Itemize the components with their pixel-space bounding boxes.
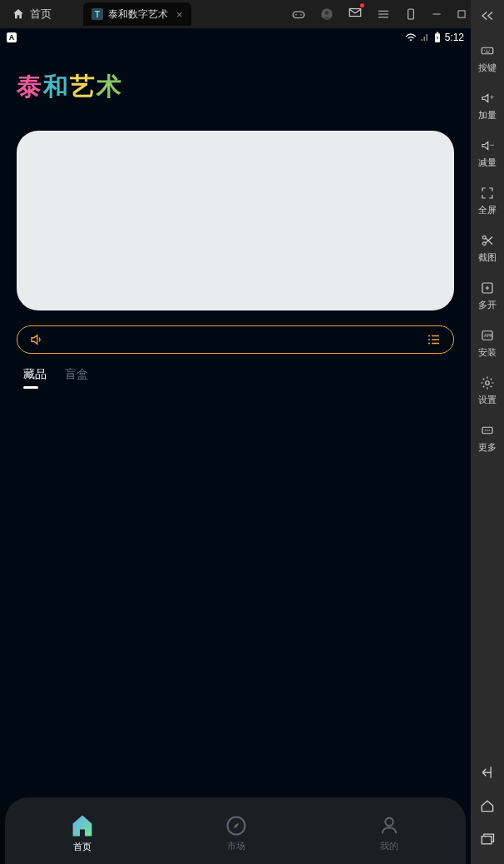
recent-apps-icon[interactable] <box>479 831 496 847</box>
svg-text:−: − <box>490 141 494 149</box>
status-bar: A 5:12 <box>0 28 471 47</box>
user-circle-icon[interactable] <box>319 7 334 22</box>
svg-point-24 <box>428 335 430 337</box>
nav-profile[interactable]: 我的 <box>378 814 401 852</box>
nav-label: 市场 <box>227 840 245 852</box>
wifi-icon <box>405 32 417 42</box>
nav-label: 首页 <box>73 841 91 853</box>
maximize-icon[interactable] <box>456 8 467 20</box>
announcement-bar[interactable] <box>17 325 454 354</box>
sidebar-collapse-icon[interactable] <box>480 5 495 35</box>
sidebar-tool-label: 减量 <box>478 156 497 169</box>
sidebar-tool-fullscreen[interactable]: 全屏 <box>471 177 504 225</box>
svg-rect-0 <box>293 12 304 18</box>
minimize-icon[interactable] <box>431 8 442 20</box>
svg-text:APK: APK <box>484 333 493 338</box>
svg-rect-5 <box>349 9 361 17</box>
sidebar-tool-label: 多开 <box>478 299 497 311</box>
compass-icon <box>225 814 248 837</box>
apk-icon: APK <box>480 328 495 343</box>
tab-favicon: T <box>91 8 103 20</box>
svg-point-18 <box>485 430 487 431</box>
svg-point-4 <box>325 11 329 15</box>
svg-point-19 <box>487 430 488 431</box>
nav-home[interactable]: 首页 <box>70 813 95 853</box>
hero-banner[interactable] <box>17 131 454 310</box>
status-time: 5:12 <box>445 32 464 43</box>
status-app-badge: A <box>7 32 17 42</box>
browser-tab[interactable]: T 泰和数字艺术 × <box>83 2 191 26</box>
svg-point-28 <box>385 818 393 826</box>
settings-icon <box>480 375 495 390</box>
user-icon <box>378 814 401 837</box>
sidebar-tool-label: 按键 <box>478 62 497 74</box>
tab-label: 藏品 <box>23 367 47 380</box>
keyboard-icon <box>480 43 495 58</box>
nav-home-icon[interactable] <box>479 797 496 814</box>
tab-collectibles[interactable]: 藏品 <box>23 367 47 389</box>
svg-point-26 <box>428 343 430 345</box>
sidebar-tool-label: 加量 <box>478 109 497 122</box>
hamburger-icon[interactable] <box>376 7 391 22</box>
app-viewport: A 5:12 泰和艺术 藏品 盲盒 首页 市场 <box>0 28 471 864</box>
bottom-nav: 首页 市场 我的 <box>5 797 466 864</box>
svg-rect-7 <box>458 11 465 17</box>
svg-rect-8 <box>482 47 493 54</box>
sidebar-tool-keyboard[interactable]: 按键 <box>471 35 504 82</box>
home-icon <box>12 7 25 21</box>
scissors-icon <box>480 233 495 248</box>
browser-home-label: 首页 <box>30 7 52 22</box>
app-logo-text: 泰和艺术 <box>17 72 123 100</box>
tab-title: 泰和数字艺术 <box>108 7 168 22</box>
sidebar-tool-label: 更多 <box>478 441 497 454</box>
home-icon <box>70 813 95 838</box>
sidebar-tool-label: 设置 <box>478 394 497 406</box>
list-icon[interactable] <box>427 332 442 347</box>
notifications-button[interactable] <box>348 5 363 23</box>
sidebar-tool-screenshot[interactable]: 截图 <box>471 225 504 272</box>
more-icon <box>480 423 495 438</box>
volume-up-icon: + <box>480 91 495 106</box>
svg-text:+: + <box>490 93 494 102</box>
back-icon[interactable] <box>479 764 496 781</box>
content-tabs: 藏品 盲盒 <box>0 354 471 389</box>
emulator-sidebar: 按键 + 加量 − 减量 全屏 截图 多开 APK 安装 设置 更多 <box>471 0 504 864</box>
svg-rect-21 <box>482 837 492 844</box>
svg-point-25 <box>428 339 430 340</box>
nav-market[interactable]: 市场 <box>225 814 248 852</box>
battery-icon <box>433 32 442 43</box>
sidebar-tool-more[interactable]: 更多 <box>471 415 504 462</box>
sidebar-tool-label: 截图 <box>478 251 497 264</box>
sidebar-tool-label: 全屏 <box>478 204 497 216</box>
sidebar-tool-volume-up[interactable]: + 加量 <box>471 82 504 130</box>
gamepad-icon[interactable] <box>291 7 306 22</box>
sidebar-tool-volume-down[interactable]: − 减量 <box>471 130 504 177</box>
notification-dot-icon <box>360 3 364 7</box>
sidebar-tool-install[interactable]: APK 安装 <box>471 320 504 367</box>
multi-window-icon <box>480 281 495 295</box>
browser-bar: 首页 T 泰和数字艺术 × <box>0 0 504 28</box>
tab-close-icon[interactable]: × <box>176 8 183 21</box>
browser-home-button[interactable]: 首页 <box>5 7 58 22</box>
app-logo: 泰和艺术 <box>0 47 471 111</box>
signal-icon <box>420 32 430 42</box>
svg-point-2 <box>295 14 297 16</box>
svg-rect-23 <box>436 32 437 34</box>
volume-down-icon: − <box>480 138 495 153</box>
sidebar-tool-label: 安装 <box>478 346 497 359</box>
sidebar-tool-multi[interactable]: 多开 <box>471 272 504 320</box>
svg-point-1 <box>300 14 302 16</box>
svg-rect-6 <box>408 9 414 19</box>
phone-icon[interactable] <box>404 7 418 21</box>
sidebar-tool-settings[interactable]: 设置 <box>471 367 504 415</box>
speaker-icon <box>29 332 44 347</box>
tab-label: 盲盒 <box>65 367 88 380</box>
svg-point-20 <box>489 430 491 431</box>
nav-label: 我的 <box>380 840 398 852</box>
svg-point-16 <box>486 381 490 385</box>
browser-right-controls <box>291 5 499 23</box>
tab-blindbox[interactable]: 盲盒 <box>65 367 88 389</box>
fullscreen-icon <box>480 186 495 201</box>
